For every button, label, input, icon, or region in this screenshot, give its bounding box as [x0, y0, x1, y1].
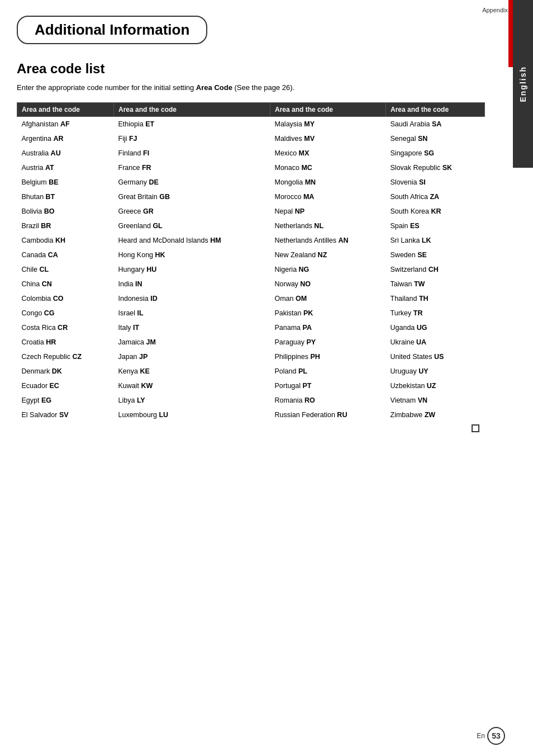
table-cell-col3-row18: Portugal PT [270, 379, 386, 393]
table-row: Czech Republic CZJapan JPPhilippines PHU… [17, 349, 485, 364]
header-section: Additional Information [0, 0, 533, 50]
table-cell-col3-row16: Philippines PH [270, 349, 386, 364]
area-entry: Slovenia SI [391, 176, 480, 188]
table-row: Belgium BEGermany DEMongolia MNSlovenia … [17, 175, 485, 190]
square-icon [472, 424, 479, 432]
lang-label: En [477, 732, 485, 740]
area-entry: Heard and McDonald Islands HM [118, 234, 266, 247]
area-entry: Singapore SG [391, 147, 480, 159]
table-cell-col3-row11: Norway NO [270, 277, 386, 291]
area-entry: Oman OM [274, 292, 381, 305]
table-cell-col2-row16: Japan JP [114, 349, 270, 364]
table-cell-col4-row12: Thailand TH [386, 291, 485, 306]
area-entry: Denmark DK [22, 365, 110, 377]
area-entry: Netherlands NL [274, 220, 381, 232]
table-cell-col1-row8: Cambodia KH [17, 233, 114, 248]
area-entry: Uganda UG [391, 322, 480, 334]
table-cell-col4-row0: Saudi Arabia SA [386, 116, 485, 131]
table-cell-col3-row7: Netherlands NL [270, 219, 386, 233]
area-entry: Uruguay UY [391, 365, 480, 377]
area-code-table: Area and the code Area and the code Area… [17, 102, 485, 422]
area-entry: Luxembourg LU [118, 409, 266, 421]
area-entry: Saudi Arabia SA [391, 118, 480, 130]
area-entry: Maldives MV [274, 133, 381, 145]
table-cell-col4-row15: Ukraine UA [386, 335, 485, 349]
table-cell-col4-row10: Switzerland CH [386, 262, 485, 277]
area-entry: India IN [118, 278, 266, 290]
table-cell-col4-row3: Slovak Republic SK [386, 160, 485, 175]
table-cell-col2-row19: Libya LY [114, 393, 270, 408]
area-entry: Taiwan TW [391, 278, 480, 290]
table-cell-col1-row20: El Salvador SV [17, 408, 114, 422]
description-end: (See the page 26). [232, 83, 294, 92]
table-cell-col4-row2: Singapore SG [386, 146, 485, 160]
table-cell-col2-row9: Hong Kong HK [114, 248, 270, 262]
table-cell-col1-row5: Bhutan BT [17, 190, 114, 204]
area-entry: New Zealand NZ [274, 249, 381, 261]
description-plain: Enter the appropriate code number for th… [17, 83, 196, 92]
table-cell-col1-row12: Colombia CO [17, 291, 114, 306]
description-bold: Area Code [196, 83, 232, 92]
table-cell-col2-row1: Fiji FJ [114, 131, 270, 146]
area-entry: Cambodia KH [22, 234, 110, 247]
area-entry: South Korea KR [391, 205, 480, 218]
area-entry: Switzerland CH [391, 263, 480, 276]
col-header-2: Area and the code [114, 102, 270, 116]
page-title: Additional Information [17, 16, 207, 44]
table-cell-col2-row10: Hungary HU [114, 262, 270, 277]
area-entry: Greece GR [118, 205, 266, 218]
table-row: China CNIndia INNorway NOTaiwan TW [17, 277, 485, 291]
area-entry: Afghanistan AF [22, 118, 110, 130]
area-entry: Sri Lanka LK [391, 234, 480, 247]
table-cell-col2-row11: India IN [114, 277, 270, 291]
area-entry: Nepal NP [274, 205, 381, 218]
table-cell-col3-row13: Pakistan PK [270, 306, 386, 320]
table-cell-col3-row5: Morocco MA [270, 190, 386, 204]
table-cell-col2-row6: Greece GR [114, 204, 270, 219]
area-entry: Great Britain GB [118, 191, 266, 203]
area-entry: Bhutan BT [22, 191, 110, 203]
table-cell-col1-row17: Denmark DK [17, 364, 114, 379]
table-row: Argentina ARFiji FJMaldives MVSenegal SN [17, 131, 485, 146]
table-cell-col3-row12: Oman OM [270, 291, 386, 306]
table-cell-col2-row15: Jamaica JM [114, 335, 270, 349]
table-cell-col3-row10: Nigeria NG [270, 262, 386, 277]
section-title: Area code list [17, 61, 485, 77]
table-cell-col4-row1: Senegal SN [386, 131, 485, 146]
area-entry: Pakistan PK [274, 307, 381, 319]
area-entry: Zimbabwe ZW [391, 409, 480, 421]
area-entry: Italy IT [118, 322, 266, 334]
area-entry: Austria AT [22, 162, 110, 174]
area-entry: Colombia CO [22, 292, 110, 305]
table-row: Canada CAHong Kong HKNew Zealand NZSwede… [17, 248, 485, 262]
area-entry: Mexico MX [274, 147, 381, 159]
table-cell-col4-row19: Vietnam VN [386, 393, 485, 408]
col-header-3: Area and the code [270, 102, 386, 116]
area-entry: Monaco MC [274, 162, 381, 174]
table-cell-col1-row4: Belgium BE [17, 175, 114, 190]
table-cell-col2-row2: Finland FI [114, 146, 270, 160]
area-entry: Ukraine UA [391, 336, 480, 348]
table-cell-col3-row1: Maldives MV [270, 131, 386, 146]
table-row: Afghanistan AFEthiopia ETMalaysia MYSaud… [17, 116, 485, 131]
table-cell-col2-row0: Ethiopia ET [114, 116, 270, 131]
page-footer: En 53 [477, 727, 505, 745]
area-entry: Slovak Republic SK [391, 162, 480, 174]
col-header-1: Area and the code [17, 102, 114, 116]
table-cell-col4-row13: Turkey TR [386, 306, 485, 320]
square-icon-area [17, 424, 485, 434]
area-entry: Greenland GL [118, 220, 266, 232]
table-cell-col4-row8: Sri Lanka LK [386, 233, 485, 248]
area-entry: Norway NO [274, 278, 381, 290]
table-cell-col1-row19: Egypt EG [17, 393, 114, 408]
table-cell-col4-row14: Uganda UG [386, 320, 485, 335]
area-entry: Spain ES [391, 220, 480, 232]
area-entry: Chile CL [22, 263, 110, 276]
area-entry: Uzbekistan UZ [391, 380, 480, 392]
table-cell-col1-row3: Austria AT [17, 160, 114, 175]
table-cell-col3-row14: Panama PA [270, 320, 386, 335]
area-entry: Ecuador EC [22, 380, 110, 392]
area-entry: Costa Rica CR [22, 322, 110, 334]
area-entry: United States US [391, 351, 480, 363]
table-cell-col3-row6: Nepal NP [270, 204, 386, 219]
